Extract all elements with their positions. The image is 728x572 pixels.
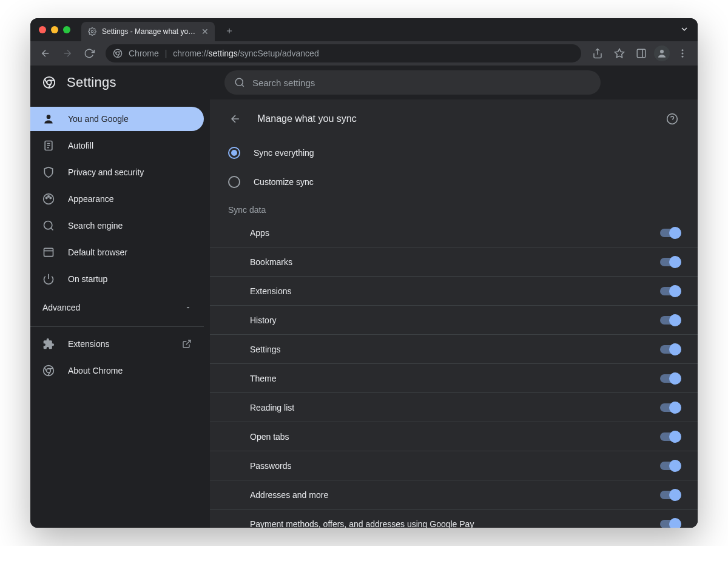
sidebar-item-search-engine[interactable]: Search engine bbox=[30, 214, 204, 238]
sync-toggle[interactable] bbox=[660, 432, 679, 441]
help-button[interactable] bbox=[661, 108, 683, 130]
url-scheme: chrome:// bbox=[173, 49, 208, 58]
back-button[interactable] bbox=[36, 44, 55, 62]
sidebar-item-default-browser[interactable]: Default browser bbox=[30, 240, 204, 264]
power-icon bbox=[42, 273, 55, 285]
radio-sync-everything[interactable]: Sync everything bbox=[228, 138, 679, 167]
panel-back-button[interactable] bbox=[224, 108, 246, 130]
chrome-logo-icon bbox=[42, 76, 56, 89]
browser-window: Settings - Manage what you sy ✕ Chrome | bbox=[30, 18, 698, 528]
window-close-button[interactable] bbox=[39, 26, 46, 33]
sync-row: Passwords bbox=[210, 451, 698, 480]
advanced-label: Advanced bbox=[42, 303, 80, 312]
share-button[interactable] bbox=[588, 44, 607, 62]
window-controls bbox=[39, 26, 70, 33]
sidebar-item-extensions[interactable]: Extensions bbox=[30, 332, 204, 356]
settings-search[interactable] bbox=[224, 70, 601, 95]
browser-toolbar: Chrome | chrome://settings/syncSetup/adv… bbox=[30, 41, 698, 66]
forward-button[interactable] bbox=[58, 44, 76, 62]
radio-label: Sync everything bbox=[254, 148, 314, 158]
close-tab-button[interactable]: ✕ bbox=[201, 27, 209, 36]
sidebar-item-you-and-google[interactable]: You and Google bbox=[30, 107, 204, 131]
radio-icon bbox=[228, 147, 240, 159]
palette-icon bbox=[42, 193, 55, 205]
url-separator: | bbox=[165, 49, 167, 58]
sync-row: Addresses and more bbox=[210, 480, 698, 510]
app-body: You and Google Autofill Privacy and secu… bbox=[30, 99, 698, 528]
sidebar-item-label: Appearance bbox=[68, 194, 114, 204]
sync-toggle[interactable] bbox=[660, 345, 679, 354]
bookmark-button[interactable] bbox=[610, 44, 629, 62]
sync-mode-section: Sync everything Customize sync bbox=[210, 138, 698, 197]
svg-point-11 bbox=[682, 49, 684, 51]
sidebar-item-about[interactable]: About Chrome bbox=[30, 358, 204, 383]
window-zoom-button[interactable] bbox=[63, 26, 70, 33]
shield-icon bbox=[42, 166, 55, 178]
person-icon bbox=[42, 113, 55, 125]
sync-toggle[interactable] bbox=[660, 403, 679, 412]
svg-rect-32 bbox=[44, 248, 53, 256]
new-tab-button[interactable] bbox=[221, 22, 238, 39]
sync-row: History bbox=[210, 306, 698, 335]
svg-point-0 bbox=[91, 30, 93, 33]
svg-line-31 bbox=[51, 228, 53, 230]
svg-point-21 bbox=[47, 115, 51, 119]
sidebar-item-label: You and Google bbox=[68, 114, 129, 124]
sync-toggle[interactable] bbox=[660, 374, 679, 383]
sidebar-item-appearance[interactable]: Appearance bbox=[30, 187, 204, 211]
panel-title: Manage what you sync bbox=[257, 113, 357, 124]
side-panel-button[interactable] bbox=[632, 44, 650, 62]
sync-toggle[interactable] bbox=[660, 316, 679, 325]
chrome-menu-button[interactable] bbox=[673, 44, 692, 62]
sync-row-label: Passwords bbox=[250, 461, 291, 471]
sync-toggle[interactable] bbox=[660, 520, 679, 528]
sidebar-item-privacy[interactable]: Privacy and security bbox=[30, 160, 204, 184]
sync-row-label: Addresses and more bbox=[250, 490, 328, 500]
chrome-icon bbox=[113, 49, 123, 58]
sync-row: Bookmarks bbox=[210, 247, 698, 277]
sync-toggle[interactable] bbox=[660, 287, 679, 295]
settings-search-input[interactable] bbox=[252, 78, 591, 88]
profile-avatar[interactable] bbox=[654, 45, 670, 61]
puzzle-icon bbox=[42, 338, 55, 350]
svg-point-29 bbox=[50, 197, 52, 199]
window-minimize-button[interactable] bbox=[51, 26, 58, 33]
chrome-icon bbox=[42, 365, 55, 377]
sidebar-item-on-startup[interactable]: On startup bbox=[30, 267, 204, 291]
radio-label: Customize sync bbox=[254, 177, 314, 187]
sidebar: You and Google Autofill Privacy and secu… bbox=[30, 99, 210, 528]
sync-toggle[interactable] bbox=[660, 258, 679, 266]
sync-toggle[interactable] bbox=[660, 229, 679, 237]
browser-tab[interactable]: Settings - Manage what you sy ✕ bbox=[81, 22, 215, 41]
sync-toggle[interactable] bbox=[660, 462, 679, 470]
svg-marker-7 bbox=[615, 49, 624, 58]
address-bar[interactable]: Chrome | chrome://settings/syncSetup/adv… bbox=[106, 44, 581, 62]
main-panel: Manage what you sync Sync everything Cus… bbox=[210, 99, 698, 528]
search-icon bbox=[42, 220, 55, 232]
sync-items-list: AppsBookmarksExtensionsHistorySettingsTh… bbox=[210, 218, 698, 528]
radio-customize-sync[interactable]: Customize sync bbox=[228, 167, 679, 197]
svg-point-12 bbox=[682, 53, 684, 55]
svg-point-10 bbox=[660, 50, 664, 53]
sidebar-divider bbox=[30, 326, 204, 327]
reload-button[interactable] bbox=[80, 44, 98, 62]
svg-line-20 bbox=[241, 84, 243, 86]
sync-data-heading: Sync data bbox=[210, 205, 698, 215]
sidebar-advanced-toggle[interactable]: Advanced bbox=[30, 294, 204, 321]
sidebar-item-label: Privacy and security bbox=[68, 167, 144, 177]
svg-point-30 bbox=[44, 221, 52, 229]
sync-row-label: Apps bbox=[250, 228, 269, 238]
sync-toggle[interactable] bbox=[660, 491, 679, 499]
sidebar-item-label: Autofill bbox=[68, 141, 93, 150]
chevron-down-icon bbox=[184, 304, 192, 311]
tab-list-button[interactable] bbox=[679, 24, 689, 34]
sync-row: Extensions bbox=[210, 277, 698, 306]
sidebar-item-autofill[interactable]: Autofill bbox=[30, 133, 204, 158]
svg-rect-8 bbox=[637, 49, 645, 58]
panel-header: Manage what you sync bbox=[210, 99, 698, 138]
sync-row-label: Reading list bbox=[250, 403, 294, 412]
sidebar-item-label: On startup bbox=[68, 274, 107, 284]
sync-row-label: Open tabs bbox=[250, 432, 289, 442]
sync-row-label: Payment methods, offers, and addresses u… bbox=[250, 519, 474, 528]
sync-row-label: Bookmarks bbox=[250, 257, 292, 267]
